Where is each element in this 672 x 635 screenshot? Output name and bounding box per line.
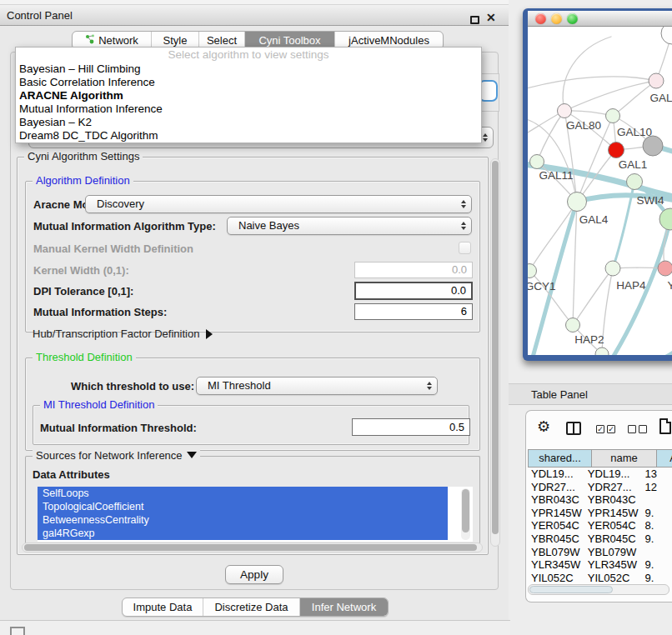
sources-group-title[interactable]: Sources for Network Inference <box>33 449 200 462</box>
table-row[interactable]: YDR27...YDR27...12 <box>528 481 671 494</box>
network-node-gal80[interactable] <box>558 104 572 118</box>
network-edge <box>573 268 613 325</box>
table-cell: 9. <box>642 507 671 520</box>
screen: Control Panel ✕ NetworkStyleSelectCyni T… <box>0 0 672 635</box>
algorithm-item[interactable]: Basic Correlation Inference <box>16 76 481 89</box>
table-horizontal-scrollbar[interactable] <box>528 584 669 595</box>
settings-vertical-scrollbar[interactable] <box>490 158 500 547</box>
close-traffic-light-icon[interactable] <box>535 13 546 24</box>
network-window-titlebar[interactable] <box>528 11 672 27</box>
network-node-gal11[interactable] <box>530 155 544 169</box>
algorithm-item[interactable]: ARACNE Algorithm <box>16 89 481 102</box>
table-cell: YPR145W <box>584 507 642 520</box>
control-panel-title: Control Panel <box>7 5 73 26</box>
table-cell: YER054C <box>528 519 584 532</box>
collapsed-panel-icon[interactable] <box>10 627 25 635</box>
table-row[interactable]: YER054CYER054C8. <box>528 519 671 532</box>
network-node-gcy1[interactable] <box>528 264 537 278</box>
network-node-gal10[interactable] <box>606 109 620 123</box>
mi-type-combo[interactable]: Naive Bayes <box>227 217 472 235</box>
data-attributes-list[interactable]: SelfLoopsTopologicalCoefficientBetweenne… <box>38 487 473 542</box>
table-panel-titlebar[interactable]: Table Panel <box>509 383 672 405</box>
mi-steps-field[interactable]: 6 <box>354 303 473 320</box>
attributes-scrollbar[interactable] <box>461 488 470 540</box>
table-cell: YDR27... <box>528 481 584 494</box>
network-node-gal1[interactable] <box>609 142 624 158</box>
table-cell: YBL079W <box>584 546 642 559</box>
network-view-window: GALGAL80GAL10GAL1GAL11SWI4GAL4GCY1HAP4YH… <box>523 8 672 361</box>
network-canvas[interactable]: GALGAL80GAL10GAL1GAL11SWI4GAL4GCY1HAP4YH… <box>528 27 672 355</box>
bottom-strip <box>0 621 510 635</box>
network-node[interactable] <box>595 348 609 355</box>
table-cell: 13 <box>642 468 671 481</box>
attribute-item[interactable]: SelfLoops <box>38 487 448 500</box>
algorithm-definition-title: Algorithm Definition <box>33 174 133 187</box>
table-body: YDL19...YDL19...13YDR27...YDR27...12YBR0… <box>528 468 671 584</box>
settings-group-title: Cyni Algorithm Settings <box>24 150 143 162</box>
network-node-hap4[interactable] <box>605 261 620 276</box>
algorithm-item[interactable]: Dream8 DC_TDC Algorithm <box>16 129 481 142</box>
network-node-y[interactable] <box>658 261 672 276</box>
zoom-traffic-light-icon[interactable] <box>567 13 578 24</box>
table-cell: YPR145W <box>528 507 584 520</box>
dpi-tolerance-field[interactable]: 0.0 <box>354 282 473 300</box>
attribute-item[interactable]: gal4RGexp <box>38 527 448 540</box>
minimize-traffic-light-icon[interactable] <box>551 13 562 24</box>
threshold-definition-title: Threshold Definition <box>33 351 136 363</box>
table-row[interactable]: YDL19...YDL19...13 <box>528 468 671 481</box>
select-all-checks-icon[interactable]: ✓✓ <box>596 425 615 433</box>
algorithm-dropdown: Select algorithm to view settings Bayesi… <box>15 47 482 143</box>
attribute-item[interactable]: BetweennessCentrality <box>38 513 448 527</box>
table-cell: 9. <box>642 572 671 584</box>
network-edge <box>529 202 577 271</box>
network-node-gal[interactable] <box>649 73 664 88</box>
node-label: HAP2 <box>574 333 604 346</box>
tab-infer-network[interactable]: Infer Network <box>299 598 388 616</box>
apply-button[interactable]: Apply <box>225 565 283 584</box>
network-window-inner: GALGAL80GAL10GAL1GAL11SWI4GAL4GCY1HAP4YH… <box>528 11 672 355</box>
network-node-gal4[interactable] <box>568 192 587 212</box>
network-node[interactable] <box>659 208 672 230</box>
column-header-3[interactable]: A <box>657 449 672 468</box>
network-node-hap2[interactable] <box>566 318 580 332</box>
attribute-item[interactable]: TopologicalCoefficient <box>38 500 448 513</box>
table-row[interactable]: YBR043CYBR043C <box>528 493 671 507</box>
combo-arrows-icon <box>461 222 466 230</box>
algorithm-item[interactable]: Bayesian – Hill Climbing <box>16 62 481 76</box>
hub-definition-toggle[interactable]: Hub/Transcription Factor Definition <box>33 328 213 340</box>
algorithm-item[interactable]: Bayesian – K2 <box>16 116 481 129</box>
mi-threshold-field[interactable]: 0.5 <box>352 418 470 436</box>
column-header-2[interactable]: name <box>592 449 657 468</box>
network-node[interactable] <box>661 27 672 44</box>
which-threshold-label: Which threshold to use: <box>71 380 194 392</box>
gear-icon[interactable]: ⚙ <box>537 419 550 434</box>
manual-kernel-label: Manual Kernel Width Definition <box>33 242 193 255</box>
kernel-width-field[interactable]: 0.0 <box>354 262 473 278</box>
table-row[interactable]: YBL079WYBL079W <box>528 546 671 559</box>
mi-threshold-label: Mutual Information Threshold: <box>40 422 197 434</box>
which-threshold-combo[interactable]: MI Threshold <box>196 377 438 395</box>
export-table-icon[interactable] <box>659 418 671 434</box>
column-header-1[interactable]: shared... <box>528 449 592 468</box>
tab-discretize-data[interactable]: Discretize Data <box>203 598 299 616</box>
manual-kernel-checkbox[interactable] <box>459 242 471 254</box>
table-panel: ⚙ ✓✓ shared...nameA YDL19...YDL19...13YD… <box>525 410 672 602</box>
algorithm-definition-group: Algorithm Definition Aracne Mode: Discov… <box>25 181 480 332</box>
close-icon[interactable]: ✕ <box>486 8 496 28</box>
algorithm-item[interactable]: Mutual Information Inference <box>16 102 481 116</box>
table-row[interactable]: YPR145WYPR145W9. <box>528 507 671 520</box>
float-window-icon[interactable] <box>470 16 479 24</box>
control-panel-titlebar[interactable]: Control Panel ✕ <box>0 5 509 26</box>
column-selector-icon[interactable] <box>566 422 581 435</box>
mi-type-value: Naive Bayes <box>238 219 299 232</box>
table-row[interactable]: YBR045CYBR045C9. <box>528 532 671 546</box>
settings-horizontal-scrollbar[interactable] <box>22 542 483 552</box>
table-row[interactable]: YIL052CYIL052C9. <box>528 572 671 584</box>
expand-arrow-icon <box>206 329 213 339</box>
network-node[interactable] <box>643 136 663 156</box>
tab-impute-data[interactable]: Impute Data <box>123 598 203 616</box>
deselect-all-checks-icon[interactable] <box>628 425 647 433</box>
table-row[interactable]: YLR345WYLR345W9. <box>528 558 671 572</box>
aracne-mode-combo[interactable]: Discovery <box>85 195 472 213</box>
network-node-swi4[interactable] <box>627 174 643 190</box>
